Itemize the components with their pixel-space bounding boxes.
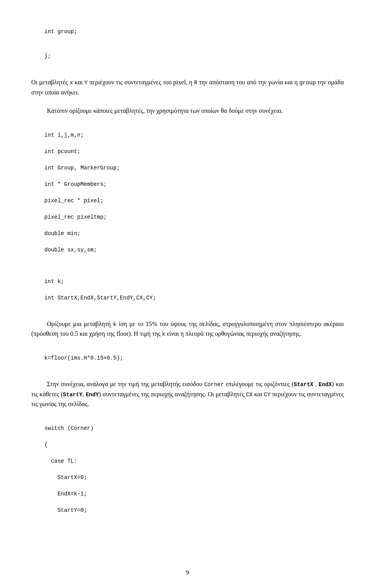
code-var-6: pixel_rec pixeltmp; <box>45 214 107 220</box>
code-floor-block: k=floor(ims.H*0.15+0.5); <box>31 346 344 371</box>
para4-code-endx: EndX <box>319 381 332 388</box>
code-var-8: double sx,sy,sm; <box>45 247 97 253</box>
code-var-1: int i,j,m,n; <box>45 132 84 138</box>
para4-code-cx: CX <box>246 392 253 398</box>
code-switch-1: switch (Corner) <box>45 425 94 431</box>
para1-text2: και <box>73 79 84 86</box>
para1-text1: Οι μεταβλητές <box>31 79 70 86</box>
para1-code-group: group <box>299 80 316 86</box>
code-var-2: int pcount; <box>45 148 80 155</box>
para1-code-x: x <box>70 80 73 86</box>
code-k-block: int k; int StartX,EndX,StartY,EndY,CX,CY… <box>31 269 344 310</box>
top-code-line1: int group; <box>45 29 77 35</box>
para4-text6: ) συντεταγμένες της περιοχής αναζήτησης.… <box>99 391 246 397</box>
para4-code-corner: Corner <box>204 381 224 388</box>
code-switch-4: StartX=0; <box>45 474 87 481</box>
top-code-line2: }; <box>45 53 51 59</box>
para3-text3: είναι η πλευρά της ορθογώνιας περιοχής α… <box>165 330 301 337</box>
code-switch-block: switch (Corner) { case TL: StartX=0; End… <box>31 416 344 523</box>
para1-code-r: R <box>194 80 197 86</box>
para4-code-cy: CY <box>264 392 271 398</box>
code-var-7: double min; <box>45 230 80 237</box>
paragraph-2: Κατόπιν ορίζουμε κάποιες μεταβλητές, την… <box>31 106 344 116</box>
para1-text3: περιέχουν τις συντεταγμένες του pixel, η <box>88 79 194 86</box>
code-k-2: int StartX,EndX,StartY,EndY,CX,CY; <box>45 295 156 301</box>
code-vars-block: int i,j,m,n; int pcount; int Group, Mark… <box>31 123 344 262</box>
code-switch-3: case TL: <box>45 458 77 464</box>
para4-code-starty: StartY <box>63 392 82 398</box>
code-var-3: int Group, MarkerGroup; <box>45 165 120 171</box>
code-switch-6: StartY=0; <box>45 507 87 513</box>
para2-text: Κατόπιν ορίζουμε κάποιες μεταβλητές, την… <box>47 107 283 114</box>
page-number: 9 <box>186 569 189 576</box>
paragraph-3: Ορίζουμε μια μεταβλητή k ίση με το 15% τ… <box>31 319 344 339</box>
para4-text1: Στην συνέχεια, ανάλογα με την τιμή της μ… <box>47 381 204 387</box>
code-var-4: int * GroupMembers; <box>45 181 107 187</box>
para4-text2: επιλέγουμε τις οριζόντιες ( <box>224 381 294 387</box>
code-switch-5: EndX=k-1; <box>45 491 87 497</box>
code-switch-2: { <box>45 442 48 448</box>
para4-code-startx: StartX <box>294 381 313 388</box>
para3-code-k2: k <box>162 331 165 337</box>
code-k-1: int k; <box>45 278 64 285</box>
para4-code-endy: EndY <box>86 392 99 398</box>
para4-text3: , <box>313 381 319 387</box>
para4-text7: και <box>253 391 264 397</box>
page: int group; }; Οι μεταβλητές x και Y περι… <box>0 0 375 588</box>
top-code-block: int group; }; <box>31 20 344 69</box>
code-var-5: pixel_rec * pixel; <box>45 198 104 204</box>
para3-text1: Ορίζουμε μια μεταβλητή <box>47 321 113 327</box>
code-floor-line: k=floor(ims.H*0.15+0.5); <box>45 355 123 361</box>
paragraph-1: Οι μεταβλητές x και Y περιέχουν τις συντ… <box>31 77 344 97</box>
paragraph-4: Στην συνέχεια, ανάλογα με την τιμή της μ… <box>31 379 344 409</box>
para1-text4: την απόσταση του από την γωνία και η <box>197 79 299 86</box>
para3-code-k1: k <box>113 321 116 328</box>
